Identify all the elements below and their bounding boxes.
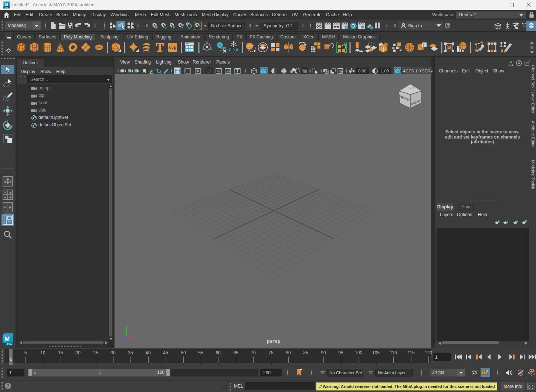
svg-text:x: x (133, 336, 135, 340)
svg-text:z: z (121, 334, 123, 338)
svg-text:ON: ON (396, 70, 400, 72)
svg-text:AYA: AYA (5, 7, 9, 9)
svg-text:{;}: {;} (528, 385, 534, 389)
svg-text:ACES 1.0 SDR-v: ACES 1.0 SDR-v (403, 69, 432, 73)
svg-text:AYA: AYA (7, 342, 12, 346)
svg-text:T: T (236, 69, 239, 73)
svg-text:0.00: 0.00 (358, 69, 366, 73)
svg-text:M: M (5, 3, 8, 7)
svg-text:IPR: IPR (334, 25, 339, 29)
svg-text:x: x (445, 26, 448, 30)
svg-text:1.00: 1.00 (381, 69, 389, 73)
svg-text:M: M (4, 335, 10, 342)
svg-text:y: y (126, 325, 128, 328)
svg-text:?: ? (7, 384, 9, 389)
